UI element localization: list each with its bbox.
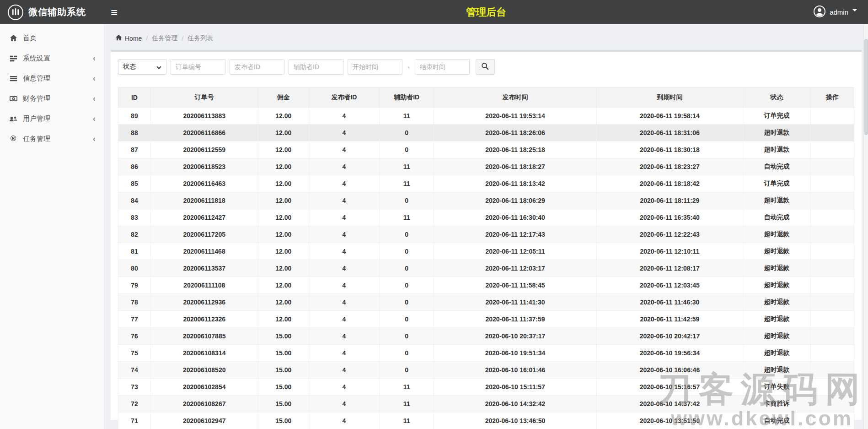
breadcrumb-separator: /: [146, 35, 148, 42]
col-expire-time: 到期时间: [596, 88, 743, 108]
table-cell: 超时退款: [743, 294, 811, 311]
scrollbar-thumb[interactable]: [864, 39, 868, 135]
table-row[interactable]: 8020200611353712.00402020-06-11 12:03:17…: [118, 260, 854, 277]
table-cell: [811, 209, 854, 226]
sidebar-item-system-settings[interactable]: 系统设置 ‹: [0, 48, 104, 68]
table-row[interactable]: 7720200611232612.00402020-06-11 11:37:59…: [118, 311, 854, 328]
table-row[interactable]: 8120200611146812.00402020-06-11 12:05:11…: [118, 243, 854, 260]
table-cell: 超时退款: [743, 125, 811, 141]
table-row[interactable]: 7320200610285415.004112020-06-10 15:11:5…: [118, 379, 854, 396]
table-cell: 74: [118, 362, 151, 379]
table-cell: 2020-06-11 18:26:06: [434, 125, 597, 141]
sidebar-item-user-management[interactable]: 用户管理 ‹: [0, 109, 104, 129]
breadcrumb-separator: /: [182, 35, 183, 42]
table-cell: [811, 396, 854, 413]
table-row[interactable]: 8920200611388312.004112020-06-11 19:53:1…: [118, 108, 854, 125]
table-cell: 202006112936: [150, 294, 258, 311]
table-cell: 超时退款: [743, 277, 811, 294]
publisher-id-input[interactable]: [230, 59, 284, 75]
end-time-input[interactable]: [415, 59, 470, 75]
sidebar-item-finance-management[interactable]: 财务管理 ‹: [0, 88, 104, 109]
table-cell: 超时退款: [743, 260, 811, 277]
table-cell: 0: [380, 345, 434, 362]
table-row[interactable]: 8720200611255912.00402020-06-11 18:25:18…: [118, 141, 854, 158]
table-cell: 4: [309, 260, 379, 277]
table-cell: 12.00: [258, 141, 309, 158]
table-cell: 15.00: [258, 413, 309, 429]
table-cell: 202006107885: [150, 328, 258, 345]
table-row[interactable]: 7520200610831415.00402020-06-10 19:51:34…: [118, 345, 854, 362]
table-cell: 0: [380, 260, 434, 277]
table-row[interactable]: 7420200610852015.00402020-06-10 16:01:46…: [118, 362, 854, 379]
sidebar-item-task-management[interactable]: ® 任务管理 ‹: [0, 129, 104, 149]
table-row[interactable]: 8620200611852312.004112020-06-11 18:18:2…: [118, 158, 854, 175]
helper-id-input[interactable]: [289, 59, 343, 75]
table-cell: [811, 345, 854, 362]
sidebar-item-info-management[interactable]: 信息管理 ‹: [0, 68, 104, 88]
status-select[interactable]: 状态: [118, 59, 166, 75]
order-no-input[interactable]: [171, 59, 225, 75]
sidebar-item-label: 首页: [23, 34, 37, 43]
table-row[interactable]: 7620200610788515.00402020-06-10 20:37:17…: [118, 328, 854, 345]
settings-list-icon: [8, 54, 18, 62]
chevron-left-icon: ‹: [93, 54, 96, 62]
registered-icon: ®: [8, 134, 18, 143]
chevron-down-icon: [852, 9, 857, 11]
table-cell: 12.00: [258, 311, 309, 328]
table-cell: [811, 175, 854, 192]
table-cell: 2020-06-11 18:30:18: [596, 141, 743, 158]
table-cell: 2020-06-11 18:13:42: [434, 175, 597, 192]
sidebar-toggle-button[interactable]: ≡: [111, 6, 118, 18]
sidebar-item-home[interactable]: 首页: [0, 28, 104, 48]
table-cell: 83: [118, 209, 151, 226]
table-cell: 77: [118, 311, 151, 328]
table-cell: 订单完成: [743, 175, 811, 192]
table-cell: 2020-06-11 19:53:14: [434, 108, 597, 125]
table-row[interactable]: 7820200611293612.00402020-06-11 11:41:30…: [118, 294, 854, 311]
user-name: admin: [830, 8, 848, 16]
table-cell: 0: [380, 226, 434, 243]
table-cell: 自动完成: [743, 413, 811, 429]
scrollbar-track[interactable]: [863, 24, 868, 429]
table-cell: 4: [309, 396, 379, 413]
table-cell: 2020-06-10 13:51:50: [596, 413, 743, 429]
breadcrumb-home-link[interactable]: Home: [115, 34, 142, 43]
table-cell: 202006113883: [150, 108, 258, 125]
table-cell: [811, 362, 854, 379]
table-cell: 4: [309, 413, 379, 429]
table-row[interactable]: 8220200611720512.00402020-06-11 12:17:43…: [118, 226, 854, 243]
table-row[interactable]: 8520200611646312.004112020-06-11 18:13:4…: [118, 175, 854, 192]
sidebar-item-label: 系统设置: [23, 54, 50, 63]
table-cell: 0: [380, 141, 434, 158]
table-row[interactable]: 8320200611242712.004112020-06-11 16:30:4…: [118, 209, 854, 226]
table-cell: 4: [309, 175, 379, 192]
table-cell: 2020-06-11 16:30:40: [434, 209, 597, 226]
breadcrumb-item-task-management[interactable]: 任务管理: [152, 34, 177, 43]
table-cell: 12.00: [258, 125, 309, 141]
table-cell: 11: [380, 379, 434, 396]
table-cell: 2020-06-11 18:11:29: [596, 192, 743, 209]
user-menu[interactable]: admin: [814, 5, 868, 19]
table-cell: 4: [309, 294, 379, 311]
table-row[interactable]: 7220200610826715.004112020-06-10 14:32:4…: [118, 396, 854, 413]
search-button[interactable]: [476, 59, 495, 75]
table-cell: 卡商胜诉: [743, 396, 811, 413]
table-cell: 2020-06-11 12:08:17: [596, 260, 743, 277]
table-cell: 15.00: [258, 396, 309, 413]
table-cell: 11: [380, 396, 434, 413]
sidebar-item-label: 信息管理: [23, 74, 50, 83]
content-panel: 状态 -: [111, 50, 862, 420]
table-cell: 2020-06-10 15:11:57: [434, 379, 597, 396]
table-cell: 15.00: [258, 362, 309, 379]
table-row[interactable]: 8420200611181812.00402020-06-11 18:06:29…: [118, 192, 854, 209]
table-row[interactable]: 7120200610294715.004112020-06-10 13:46:5…: [118, 413, 854, 429]
table-cell: 71: [118, 413, 151, 429]
table-row[interactable]: 7920200611110812.00402020-06-11 11:58:45…: [118, 277, 854, 294]
sidebar-item-label: 用户管理: [23, 114, 50, 123]
start-time-input[interactable]: [348, 59, 402, 75]
table-row[interactable]: 8820200611686612.00402020-06-11 18:26:06…: [118, 125, 854, 141]
table-cell: 11: [380, 413, 434, 429]
app-brand[interactable]: 微信辅助系统: [0, 4, 104, 21]
table-cell: 超时退款: [743, 362, 811, 379]
table-cell: 15.00: [258, 345, 309, 362]
